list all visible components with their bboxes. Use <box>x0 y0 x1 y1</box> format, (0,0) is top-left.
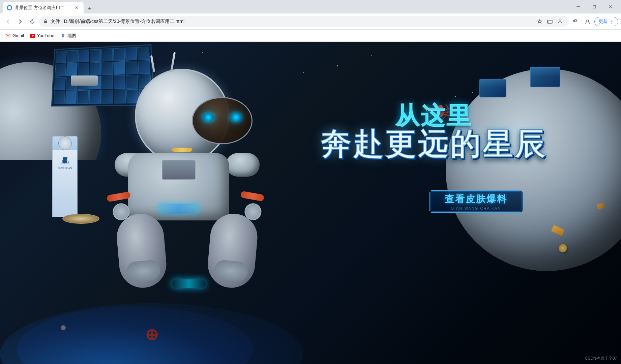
product-text-sub: 盾山 <box>61 158 69 166</box>
arm-accent-right <box>240 191 264 202</box>
forward-button[interactable] <box>15 16 26 27</box>
headline-line2: 奔赴更远的星辰 <box>320 129 547 159</box>
debris-3 <box>559 244 567 252</box>
box-panel-2 <box>480 80 506 88</box>
station-box-right-1 <box>530 67 560 87</box>
cta-subtext: QIAN WANG CHA KAN <box>451 206 501 210</box>
bookmark-youtube[interactable]: YouTube <box>27 32 57 40</box>
helmet-visor <box>192 97 253 144</box>
svg-rect-0 <box>576 6 580 7</box>
address-bar[interactable]: 文件 | D:/新创/前端/css第二天/20-背景位置-方位名词应用二.htm… <box>39 16 569 27</box>
product-box: 梦圆繁星 盾山 DUN SHAN <box>52 136 78 217</box>
product-brand-small: DUN SHAN <box>57 166 73 170</box>
bookmark-star-button[interactable] <box>535 17 544 26</box>
toolbar-right: 更新 ⋮ <box>570 16 618 27</box>
maps-icon <box>60 33 66 38</box>
bookmarks-bar: Gmail YouTube 地图 <box>0 30 621 42</box>
new-tab-button[interactable]: + <box>85 4 94 13</box>
cast-button[interactable] <box>545 17 555 26</box>
toolbar: 文件 | D:/新创/前端/css第二天/20-背景位置-方位名词应用二.htm… <box>0 13 621 30</box>
svg-point-4 <box>559 20 561 22</box>
connector-bar <box>71 75 98 86</box>
page-content: 梦圆繁星 盾山 DUN SHAN <box>0 42 621 364</box>
torso-light <box>158 204 199 214</box>
foot-left <box>126 260 161 282</box>
leg-right <box>206 212 260 290</box>
thruster-glow <box>172 279 206 288</box>
astronaut-figure <box>94 62 283 291</box>
helmet-chin-strap <box>172 148 192 152</box>
headline-line1: 从这里 <box>320 102 547 129</box>
bookmark-maps[interactable]: 地图 <box>58 31 79 40</box>
product-seal <box>58 136 72 150</box>
tab-favicon <box>7 5 12 10</box>
maximize-button[interactable] <box>587 1 602 12</box>
extensions-button[interactable] <box>570 16 581 27</box>
url-text: 文件 | D:/新创/前端/css第二天/20-背景位置-方位名词应用二.htm… <box>51 19 532 25</box>
headline-area: 从这里 奔赴更远的星辰 <box>320 102 547 159</box>
watermark: CSDN@龚了个07 <box>585 356 617 361</box>
minimize-button[interactable] <box>570 1 586 12</box>
gmail-label: Gmail <box>12 33 24 38</box>
address-actions <box>535 17 565 26</box>
svg-rect-3 <box>548 20 552 23</box>
svg-point-5 <box>587 20 589 22</box>
svg-rect-1 <box>593 5 596 8</box>
sand-disc <box>62 214 99 224</box>
cta-button-text: 查看皮肤爆料 <box>445 193 507 206</box>
visor-eye-left <box>203 113 214 121</box>
window-controls: ✕ <box>570 1 621 12</box>
profile-avatar-button[interactable] <box>582 16 593 27</box>
cta-button[interactable]: 查看皮肤爆料 QIAN WANG CHA KAN <box>429 190 523 213</box>
product-box-top <box>53 136 77 150</box>
bookmark-gmail[interactable]: Gmail <box>3 32 27 40</box>
update-menu-icon: ⋮ <box>610 19 614 24</box>
active-tab[interactable]: 背景位置-方位名词应用二 ✕ <box>3 2 84 13</box>
box-panel-1 <box>531 68 560 77</box>
youtube-icon <box>30 33 35 38</box>
tab-close-button[interactable]: ✕ <box>73 5 80 11</box>
update-button[interactable]: 更新 ⋮ <box>594 17 618 26</box>
youtube-label: YouTube <box>37 33 54 38</box>
astronaut-helmet <box>135 69 229 163</box>
tab-strip: 背景位置-方位名词应用二 ✕ + <box>0 0 570 13</box>
svg-rect-2 <box>44 21 47 23</box>
back-button[interactable] <box>3 16 13 27</box>
bottom-decoration: ⊕ <box>145 325 158 344</box>
torso <box>128 153 229 220</box>
leg-left <box>115 212 169 290</box>
foot-right <box>213 260 248 282</box>
browser-window: 背景位置-方位名词应用二 ✕ + ✕ <box>0 0 621 364</box>
station-box-right-2 <box>479 79 506 97</box>
visor-eye-right <box>231 113 241 121</box>
arm-accent-left <box>107 191 131 202</box>
profile-button[interactable] <box>555 17 565 26</box>
maps-label: 地图 <box>67 33 76 39</box>
close-button[interactable]: ✕ <box>603 1 618 12</box>
gmail-icon <box>5 33 11 38</box>
update-label: 更新 <box>599 19 608 25</box>
svg-point-9 <box>63 34 64 35</box>
reload-button[interactable] <box>27 16 38 27</box>
title-bar: 背景位置-方位名词应用二 ✕ + ✕ <box>0 0 621 13</box>
lock-icon <box>43 19 48 24</box>
space-background: 梦圆繁星 盾山 DUN SHAN <box>0 42 621 364</box>
chest-panel <box>162 160 196 180</box>
product-text-main: 梦圆繁星 <box>60 150 70 158</box>
tab-title: 背景位置-方位名词应用二 <box>15 5 71 11</box>
